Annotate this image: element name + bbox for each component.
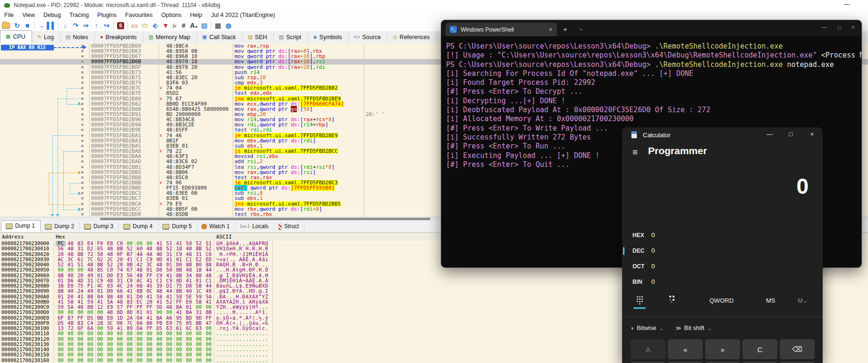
label-icon[interactable]: ⬖ <box>150 20 160 31</box>
breakpoint-dot-icon[interactable] <box>81 87 84 89</box>
menu-item-help[interactable]: Help <box>186 12 207 18</box>
breakpoint-dot-icon[interactable] <box>81 60 84 63</box>
menu-item-view[interactable]: View <box>18 12 39 18</box>
tab-references[interactable]: ◎References <box>388 31 437 43</box>
tab-dump-2[interactable]: Dump 2 <box>41 221 80 232</box>
open-file-icon[interactable] <box>2 23 10 29</box>
minimize-icon[interactable]: — <box>822 24 827 31</box>
breakpoint-dot-icon[interactable] <box>81 98 84 100</box>
tab-dropdown-icon[interactable]: ⌄ <box>579 26 583 31</box>
maximize-icon[interactable]: □ <box>780 127 801 142</box>
breakpoint-dot-icon[interactable] <box>81 197 84 199</box>
dump-row[interactable]: 0000021700230010564831D265488B5260488B52… <box>0 246 434 251</box>
tab-breakpoints[interactable]: ●Breakpoints <box>95 31 143 43</box>
patch-icon[interactable]: ▭ <box>129 20 140 31</box>
dump-row[interactable]: 00000217002300D00000000000488D8D01010000… <box>0 310 434 315</box>
tab-call-stack[interactable]: ▣Call Stack <box>197 31 243 43</box>
calculator-titlebar[interactable]: Calculator —□× <box>622 127 823 142</box>
breakpoint-dot-icon[interactable] <box>81 150 84 152</box>
radix-row-hex[interactable]: HEX0 <box>622 230 823 241</box>
breakpoint-dot-icon[interactable] <box>81 208 84 210</box>
tab-memory-map[interactable]: ▥Memory Map <box>143 31 197 43</box>
tab-dump-1[interactable]: Dump 1 <box>1 220 41 232</box>
tab-dump-4[interactable]: Dump 4 <box>119 221 158 232</box>
step-over-icon[interactable]: ↷ <box>70 20 81 31</box>
close-icon[interactable]: × <box>801 127 823 142</box>
calculator-window-controls[interactable]: —□× <box>759 127 823 142</box>
close-icon[interactable]: × <box>851 24 855 31</box>
breakpoint-dot-icon[interactable] <box>81 103 84 105</box>
restart-icon[interactable]: ↻ <box>12 20 22 31</box>
dump-row[interactable]: 0000021700230160000000000000000000000000… <box>0 358 434 363</box>
calc-button-⌫[interactable]: ⌫ <box>780 339 815 359</box>
pause-icon[interactable]: ▌▌ <box>46 20 57 31</box>
breakpoint-dot-icon[interactable] <box>81 171 84 173</box>
breakpoint-dot-icon[interactable] <box>81 140 84 142</box>
run-to-user-code-icon[interactable]: ↪ <box>101 20 112 31</box>
calc-button-C[interactable]: C <box>742 339 777 359</box>
memory-store-button[interactable]: MS <box>766 297 775 304</box>
breakpoint-dot-icon[interactable] <box>81 192 84 194</box>
dump-row[interactable]: 00000217002300500000004885C074674801D050… <box>0 267 434 272</box>
breakpoint-dot-icon[interactable] <box>81 108 84 110</box>
breakpoint-dot-icon[interactable] <box>81 187 84 189</box>
skip-icon[interactable]: S <box>117 22 124 29</box>
terminal-titlebar[interactable]: >_ Windows PowerShell × + ⌄ —□× <box>441 20 861 36</box>
breakpoint-dot-icon[interactable] <box>81 50 84 52</box>
step-out-icon[interactable]: ↑ <box>91 20 101 31</box>
tab-dump-5[interactable]: Dump 5 <box>158 221 197 232</box>
menu-item-favourites[interactable]: Favourites <box>121 12 157 18</box>
breakpoint-dot-icon[interactable] <box>81 203 84 205</box>
dump-row[interactable]: 0000021700230110000000000000000000000000… <box>0 331 434 336</box>
bit-toggle-keypad-icon[interactable] <box>669 296 671 297</box>
radix-row-bin[interactable]: BIN0 <box>622 277 823 288</box>
tab-cpu[interactable]: ▦CPU <box>0 30 32 43</box>
breakpoint-dot-icon[interactable] <box>81 145 84 147</box>
breakpoint-dot-icon[interactable] <box>81 155 84 157</box>
tab-log[interactable]: ✎Log <box>32 31 60 43</box>
breakpoint-dot-icon[interactable] <box>81 55 84 58</box>
x64dbg-minimize-button[interactable]: — <box>839 0 855 9</box>
terminal-tab[interactable]: >_ Windows PowerShell × <box>446 23 557 36</box>
bookmark-icon[interactable]: ▼ <box>160 20 171 31</box>
breakpoint-dot-icon[interactable] <box>81 129 84 131</box>
menu-item-options[interactable]: Options <box>157 12 185 18</box>
breakpoint-dot-icon[interactable] <box>81 124 84 126</box>
breakpoint-dot-icon[interactable] <box>81 71 84 74</box>
tab-seh[interactable]: ▨SEH <box>243 31 274 43</box>
tab-dump-3[interactable]: Dump 3 <box>80 221 119 232</box>
tab-watch-1[interactable]: Watch 1 <box>197 221 236 232</box>
breakpoint-dot-icon[interactable] <box>81 182 84 184</box>
breakpoint-dot-icon[interactable] <box>81 66 84 68</box>
calculator-icon[interactable]: ▦ <box>213 20 223 31</box>
new-tab-button[interactable]: + <box>563 25 567 33</box>
run-to-cursor-icon[interactable]: ⇒ <box>81 20 91 31</box>
terminal-window-controls[interactable]: —□× <box>822 24 859 31</box>
menu-item-debug[interactable]: Debug <box>39 12 65 18</box>
breakpoint-dot-icon[interactable] <box>81 76 84 79</box>
step-into-icon[interactable]: ↓ <box>60 20 70 31</box>
dump-row[interactable]: 00000217002300908B40244901D066418B0C4844… <box>0 289 434 294</box>
breakpoint-dot-icon[interactable] <box>81 134 84 137</box>
maximize-icon[interactable]: □ <box>838 24 841 31</box>
font-icon[interactable]: A₂ <box>189 20 199 31</box>
internet-icon[interactable]: ◍ <box>223 20 234 31</box>
radix-row-dec[interactable]: DEC0 <box>622 246 823 257</box>
menu-item-tracing[interactable]: Tracing <box>65 12 93 18</box>
breakpoint-dot-icon[interactable] <box>81 166 84 168</box>
tab-close-icon[interactable]: × <box>544 26 557 33</box>
bitshift-dropdown[interactable]: ≫Bit shift⌄ <box>675 324 711 331</box>
full-keypad-icon[interactable] <box>637 296 638 297</box>
tab-locals[interactable]: [x=]Locals <box>236 221 274 232</box>
hamburger-menu-icon[interactable]: ≡ <box>632 147 638 157</box>
menu-item-plugins[interactable]: Plugins <box>93 12 121 18</box>
breakpoint-dot-icon[interactable] <box>81 113 84 116</box>
stop-icon[interactable]: ■ <box>22 20 33 31</box>
breakpoint-dot-icon[interactable] <box>81 213 84 215</box>
tab-struct[interactable]: Struct <box>274 221 304 232</box>
tab-source[interactable]: <>Source <box>349 31 388 43</box>
comment-icon[interactable]: ⬭ <box>140 20 150 31</box>
minimize-icon[interactable]: — <box>759 127 780 142</box>
function-icon[interactable]: fx <box>171 23 178 28</box>
radix-row-oct[interactable]: OCT0 <box>622 261 823 272</box>
